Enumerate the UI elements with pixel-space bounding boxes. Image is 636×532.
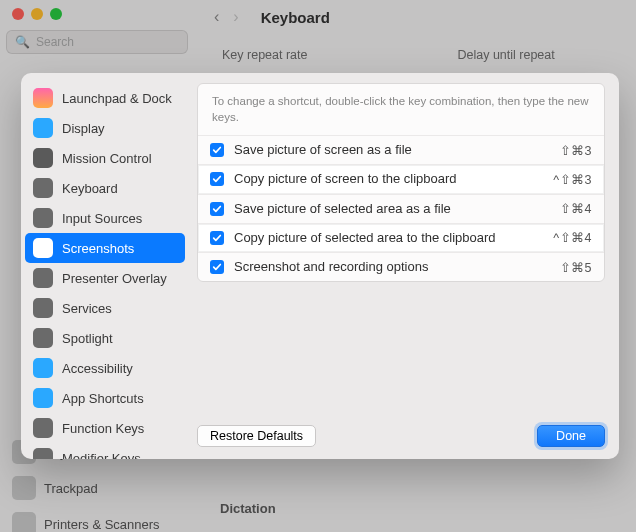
category-label: App Shortcuts xyxy=(62,391,144,406)
modifier-keys-icon xyxy=(33,448,53,459)
restore-defaults-button[interactable]: Restore Defaults xyxy=(197,425,316,447)
shortcut-row[interactable]: Save picture of screen as a file⇧⌘3 xyxy=(198,135,604,164)
launchpad-icon xyxy=(33,88,53,108)
category-label: Keyboard xyxy=(62,181,118,196)
category-label: Services xyxy=(62,301,112,316)
shortcut-keys[interactable]: ⇧⌘4 xyxy=(560,201,592,216)
category-label: Accessibility xyxy=(62,361,133,376)
shortcut-rows: Save picture of screen as a file⇧⌘3Copy … xyxy=(198,135,604,281)
spotlight-icon xyxy=(33,328,53,348)
category-ax[interactable]: Accessibility xyxy=(25,353,185,383)
screenshots-icon xyxy=(33,238,53,258)
shortcut-label: Save picture of screen as a file xyxy=(234,142,550,158)
done-button[interactable]: Done xyxy=(537,425,605,447)
category-is[interactable]: Input Sources xyxy=(25,203,185,233)
accessibility-icon xyxy=(33,358,53,378)
category-po[interactable]: Presenter Overlay xyxy=(25,263,185,293)
checkbox-icon[interactable] xyxy=(210,231,224,245)
presenter-overlay-icon xyxy=(33,268,53,288)
category-sl[interactable]: Spotlight xyxy=(25,323,185,353)
shortcut-label: Copy picture of selected area to the cli… xyxy=(234,230,543,246)
category-as[interactable]: App Shortcuts xyxy=(25,383,185,413)
category-mc[interactable]: Mission Control xyxy=(25,143,185,173)
checkbox-icon[interactable] xyxy=(210,172,224,186)
shortcut-row[interactable]: Screenshot and recording options⇧⌘5 xyxy=(198,252,604,281)
category-label: Screenshots xyxy=(62,241,134,256)
shortcuts-panel: To change a shortcut, double-click the k… xyxy=(197,83,605,282)
category-fk[interactable]: Function Keys xyxy=(25,413,185,443)
shortcut-label: Screenshot and recording options xyxy=(234,259,550,275)
shortcut-row[interactable]: Save picture of selected area as a file⇧… xyxy=(198,194,604,223)
input-sources-icon xyxy=(33,208,53,228)
panel-hint: To change a shortcut, double-click the k… xyxy=(198,84,604,135)
category-label: Modifier Keys xyxy=(62,451,141,460)
shortcut-label: Copy picture of screen to the clipboard xyxy=(234,171,543,187)
modal-main: To change a shortcut, double-click the k… xyxy=(191,73,619,459)
checkbox-icon[interactable] xyxy=(210,143,224,157)
shortcut-label: Save picture of selected area as a file xyxy=(234,201,550,217)
shortcut-keys[interactable]: ^⇧⌘4 xyxy=(553,230,592,245)
app-shortcuts-icon xyxy=(33,388,53,408)
display-icon xyxy=(33,118,53,138)
modal-footer: Restore Defaults Done xyxy=(197,411,605,447)
category-label: Function Keys xyxy=(62,421,144,436)
modal-sidebar: Launchpad & DockDisplayMission ControlKe… xyxy=(21,73,191,459)
shortcut-keys[interactable]: ⇧⌘5 xyxy=(560,260,592,275)
shortcut-keys[interactable]: ⇧⌘3 xyxy=(560,143,592,158)
shortcut-keys[interactable]: ^⇧⌘3 xyxy=(553,172,592,187)
shortcut-row[interactable]: Copy picture of screen to the clipboard^… xyxy=(198,164,604,193)
category-mk[interactable]: Modifier Keys xyxy=(25,443,185,459)
category-lp[interactable]: Launchpad & Dock xyxy=(25,83,185,113)
keyboard-icon xyxy=(33,178,53,198)
category-dp[interactable]: Display xyxy=(25,113,185,143)
category-label: Spotlight xyxy=(62,331,113,346)
shortcuts-modal: Launchpad & DockDisplayMission ControlKe… xyxy=(21,73,619,459)
shortcut-row[interactable]: Copy picture of selected area to the cli… xyxy=(198,223,604,252)
category-sv[interactable]: Services xyxy=(25,293,185,323)
checkbox-icon[interactable] xyxy=(210,202,224,216)
category-kb[interactable]: Keyboard xyxy=(25,173,185,203)
category-label: Launchpad & Dock xyxy=(62,91,172,106)
services-icon xyxy=(33,298,53,318)
category-label: Input Sources xyxy=(62,211,142,226)
category-label: Display xyxy=(62,121,105,136)
function-keys-icon xyxy=(33,418,53,438)
category-sc[interactable]: Screenshots xyxy=(25,233,185,263)
category-label: Mission Control xyxy=(62,151,152,166)
category-label: Presenter Overlay xyxy=(62,271,167,286)
mission-control-icon xyxy=(33,148,53,168)
checkbox-icon[interactable] xyxy=(210,260,224,274)
